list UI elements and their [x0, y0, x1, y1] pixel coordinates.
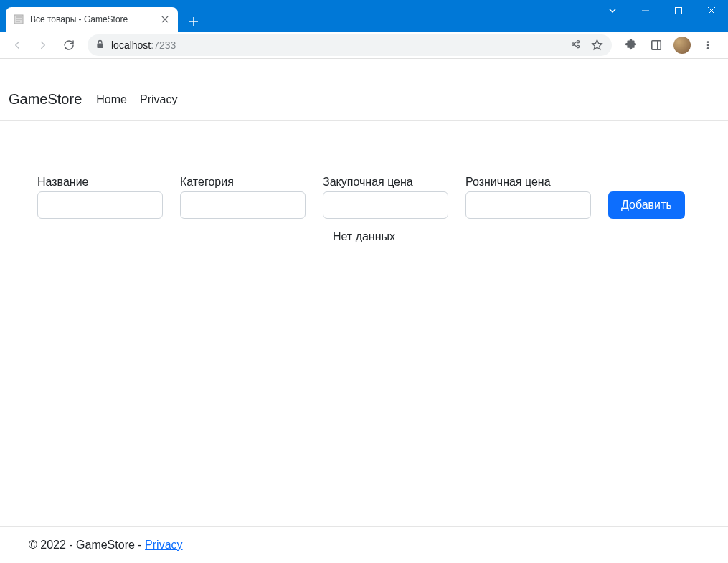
extensions-icon[interactable]	[619, 34, 642, 57]
svg-point-21	[707, 47, 709, 49]
filter-retail-price: Розничная цена	[465, 176, 591, 219]
minimize-button[interactable]	[629, 0, 662, 22]
svg-point-20	[707, 44, 709, 46]
footer-privacy-link[interactable]: Privacy	[145, 539, 182, 551]
filter-name-label: Название	[37, 176, 163, 189]
filter-purchase-price-input[interactable]	[323, 191, 448, 219]
forward-button[interactable]	[32, 34, 55, 57]
menu-icon[interactable]	[696, 34, 719, 57]
filter-row: Название Категория Закупочная цена Розни…	[37, 176, 691, 219]
main-content: Название Категория Закупочная цена Розни…	[0, 121, 728, 526]
tab-title: Все товары - GameStore	[30, 14, 153, 24]
page-content: GameStore Home Privacy Название Категори…	[0, 59, 728, 563]
window-controls	[596, 0, 728, 22]
filter-category: Категория	[180, 176, 306, 219]
tab-favicon-icon	[13, 14, 24, 25]
url-port: :7233	[151, 39, 176, 51]
svg-rect-17	[652, 40, 661, 49]
filter-retail-price-input[interactable]	[465, 191, 591, 219]
sidepanel-icon[interactable]	[645, 34, 668, 57]
svg-rect-9	[676, 8, 682, 14]
reload-button[interactable]	[57, 34, 80, 57]
address-bar[interactable]: localhost:7233	[88, 34, 612, 56]
nav-home[interactable]: Home	[96, 93, 127, 106]
url-text: localhost:7233	[111, 39, 176, 51]
browser-tab[interactable]: Все товары - GameStore	[6, 7, 178, 32]
svg-rect-12	[97, 43, 103, 47]
svg-point-19	[707, 41, 709, 43]
close-window-button[interactable]	[695, 0, 728, 22]
filter-name-input[interactable]	[37, 191, 163, 219]
back-button[interactable]	[6, 34, 29, 57]
filter-name: Название	[37, 176, 163, 219]
tab-strip: Все товары - GameStore	[0, 0, 204, 32]
brand-link[interactable]: GameStore	[9, 91, 82, 108]
filter-purchase-price: Закупочная цена	[323, 176, 448, 219]
tab-close-icon[interactable]	[159, 14, 171, 25]
url-host: localhost	[111, 39, 151, 51]
address-bar-row: localhost:7233	[0, 32, 728, 59]
svg-marker-16	[592, 40, 602, 49]
site-header: GameStore Home Privacy	[0, 78, 728, 121]
add-button[interactable]: Добавить	[608, 191, 685, 219]
site-footer: © 2022 - GameStore - Privacy	[0, 526, 728, 563]
filter-purchase-price-label: Закупочная цена	[323, 176, 448, 189]
no-data-message: Нет данных	[37, 230, 691, 243]
maximize-button[interactable]	[662, 0, 695, 22]
browser-titlebar: Все товары - GameStore	[0, 0, 728, 32]
bookmark-star-icon[interactable]	[590, 39, 603, 52]
filter-retail-price-label: Розничная цена	[465, 176, 591, 189]
tabs-dropdown-icon[interactable]	[596, 0, 629, 22]
profile-avatar[interactable]	[671, 34, 694, 57]
svg-point-15	[577, 45, 579, 47]
svg-point-13	[577, 41, 579, 43]
lock-icon	[96, 39, 104, 51]
filter-category-input[interactable]	[180, 191, 306, 219]
nav-privacy[interactable]: Privacy	[140, 93, 177, 106]
avatar-icon	[673, 37, 691, 54]
new-tab-button[interactable]	[184, 11, 204, 32]
filter-category-label: Категория	[180, 176, 306, 189]
footer-text: © 2022 - GameStore -	[29, 539, 145, 551]
site-navbar: GameStore Home Privacy	[0, 78, 728, 120]
share-icon[interactable]	[569, 39, 582, 52]
